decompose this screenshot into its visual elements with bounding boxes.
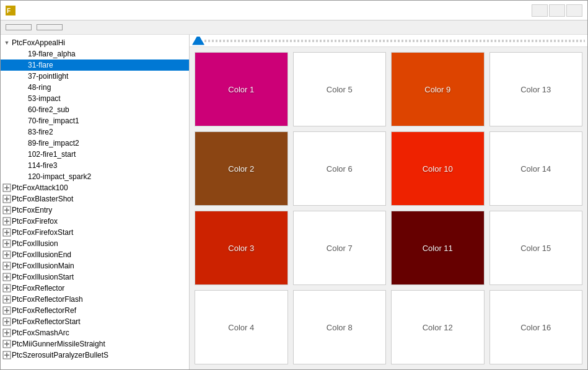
app-icon: F xyxy=(6,6,15,15)
color-cell-1[interactable]: Color 1 xyxy=(195,52,288,126)
scroll-track[interactable] xyxy=(204,40,585,42)
close-button[interactable] xyxy=(566,4,582,17)
title-bar: F xyxy=(1,1,587,20)
color-label-8: Color 8 xyxy=(327,323,353,332)
expander-icon xyxy=(2,261,12,271)
color-cell-8[interactable]: Color 8 xyxy=(293,290,387,364)
color-label-10: Color 10 xyxy=(423,164,453,174)
sidebar-item-label: PtcFoxFirefoxStart xyxy=(12,228,73,237)
sidebar-item-89-fire_impact2[interactable]: 89-fire_impact2 xyxy=(1,138,189,149)
expander-icon xyxy=(2,294,12,304)
sidebar-item-PtcFoxReflectorRef[interactable]: PtcFoxReflectorRef xyxy=(1,305,189,316)
sidebar-item-label: PtcFoxReflector xyxy=(12,284,64,293)
sidebar-item-label: PtcFoxEntry xyxy=(12,206,52,214)
sidebar-item-70-fire_impact1[interactable]: 70-fire_impact1 xyxy=(1,115,189,126)
sidebar-item-label: 102-fire1_start xyxy=(28,150,76,159)
sidebar-item-label: 120-impact_spark2 xyxy=(28,172,91,181)
sidebar-item-label: 89-fire_impact2 xyxy=(28,139,79,148)
color-cell-12[interactable]: Color 12 xyxy=(391,290,485,364)
color-label-12: Color 12 xyxy=(423,323,453,332)
sidebar-item-label: PtcFoxIllusionMain xyxy=(12,262,74,270)
color-cell-5[interactable]: Color 5 xyxy=(293,52,387,126)
sidebar-item-label: PtcFoxReflectorStart xyxy=(12,317,81,326)
sidebar-item-48-ring[interactable]: 48-ring xyxy=(1,82,189,93)
expander-icon xyxy=(2,183,12,193)
sidebar-item-PtcFoxIllusionMain[interactable]: PtcFoxIllusionMain xyxy=(1,260,189,271)
sidebar-item-PtcFoxIllusionEnd[interactable]: PtcFoxIllusionEnd xyxy=(1,249,189,260)
sidebar-item-label: PtcFoxFirefox xyxy=(12,217,58,226)
sidebar-item-PtcFoxIllusion[interactable]: PtcFoxIllusion xyxy=(1,238,189,249)
expander-icon xyxy=(2,216,12,226)
sidebar-item-PtcFoxSmashArc[interactable]: PtcFoxSmashArc xyxy=(1,327,189,338)
save-file-button[interactable] xyxy=(37,24,63,30)
expander-icon xyxy=(18,71,28,81)
sidebar-item-label: 114-fire3 xyxy=(28,161,57,170)
minimize-button[interactable] xyxy=(532,4,548,17)
color-cell-9[interactable]: Color 9 xyxy=(391,52,485,126)
sidebar-item-PtcFoxBlasterShot[interactable]: PtcFoxBlasterShot xyxy=(1,193,189,205)
sidebar-item-PtcFoxAttack100[interactable]: PtcFoxAttack100 xyxy=(1,182,189,193)
color-cell-7[interactable]: Color 7 xyxy=(293,211,387,285)
color-cell-14[interactable]: Color 14 xyxy=(489,131,583,206)
sidebar-item-PtcFoxFirefoxStart[interactable]: PtcFoxFirefoxStart xyxy=(1,227,189,238)
color-cell-13[interactable]: Color 13 xyxy=(489,52,583,126)
color-label-2: Color 2 xyxy=(228,164,254,174)
sidebar-item-label: 70-fire_impact1 xyxy=(28,117,79,125)
sidebar-item-37-pointlight[interactable]: 37-pointlight xyxy=(1,71,189,82)
expander-icon xyxy=(18,116,28,126)
expander-icon xyxy=(2,194,12,204)
sidebar-item-PtcFoxIllusionStart[interactable]: PtcFoxIllusionStart xyxy=(1,271,189,283)
color-label-3: Color 3 xyxy=(228,244,254,253)
expander-icon xyxy=(2,227,12,237)
color-cell-3[interactable]: Color 3 xyxy=(195,211,288,285)
sidebar-item-PtcMiiGunnerMissileStraight[interactable]: PtcMiiGunnerMissileStraight xyxy=(1,338,189,350)
sidebar-item-PtcFoxAppealHi[interactable]: ▼PtcFoxAppealHi xyxy=(1,37,189,48)
sidebar-item-83-fire2[interactable]: 83-fire2 xyxy=(1,126,189,138)
sidebar-item-102-fire1_start[interactable]: 102-fire1_start xyxy=(1,149,189,160)
expander-icon xyxy=(18,161,28,170)
color-label-14: Color 14 xyxy=(520,164,551,174)
sidebar-item-114-fire3[interactable]: 114-fire3 xyxy=(1,160,189,171)
color-cell-6[interactable]: Color 6 xyxy=(293,131,387,206)
color-cell-10[interactable]: Color 10 xyxy=(391,131,485,206)
expander-icon xyxy=(18,172,28,182)
scroll-thumb[interactable] xyxy=(192,37,204,45)
sidebar-item-53-impact[interactable]: 53-impact xyxy=(1,93,189,104)
sidebar-item-label: PtcSzerosuitParalyzerBulletS xyxy=(12,351,108,359)
maximize-button[interactable] xyxy=(549,4,565,17)
color-cell-11[interactable]: Color 11 xyxy=(391,211,485,285)
sidebar[interactable]: ▼PtcFoxAppealHi19-flare_alpha31-flare37-… xyxy=(1,35,190,369)
sidebar-item-PtcFoxReflectorFlash[interactable]: PtcFoxReflectorFlash xyxy=(1,294,189,305)
sidebar-item-label: PtcFoxReflectorFlash xyxy=(12,295,83,304)
sidebar-item-label: PtcFoxIllusionEnd xyxy=(12,250,71,259)
sidebar-item-PtcFoxFirefox[interactable]: PtcFoxFirefox xyxy=(1,216,189,227)
sidebar-item-label: 53-impact xyxy=(28,94,61,103)
svg-text:F: F xyxy=(7,7,11,14)
sidebar-item-label: 37-pointlight xyxy=(28,72,68,81)
scroll-bar[interactable] xyxy=(190,35,587,47)
color-label-16: Color 16 xyxy=(520,323,551,332)
color-label-13: Color 13 xyxy=(520,85,551,94)
sidebar-item-PtcSzerosuitParalyzerBulletS[interactable]: PtcSzerosuitParalyzerBulletS xyxy=(1,350,189,361)
sidebar-item-PtcFoxReflectorStart[interactable]: PtcFoxReflectorStart xyxy=(1,316,189,327)
sidebar-item-31-flare[interactable]: 31-flare xyxy=(1,59,189,71)
sidebar-item-PtcFoxReflector[interactable]: PtcFoxReflector xyxy=(1,283,189,294)
color-cell-4[interactable]: Color 4 xyxy=(195,290,288,364)
sidebar-item-19-flare_alpha[interactable]: 19-flare_alpha xyxy=(1,48,189,59)
window-controls xyxy=(532,4,582,17)
sidebar-item-60-fire2_sub[interactable]: 60-fire2_sub xyxy=(1,104,189,115)
color-cell-16[interactable]: Color 16 xyxy=(489,290,583,364)
sidebar-item-120-impact_spark2[interactable]: 120-impact_spark2 xyxy=(1,171,189,182)
expander-icon xyxy=(2,328,12,338)
sidebar-item-PtcFoxEntry[interactable]: PtcFoxEntry xyxy=(1,205,189,216)
color-cell-2[interactable]: Color 2 xyxy=(195,131,288,206)
expander-icon xyxy=(18,49,28,59)
sidebar-item-label: 60-fire2_sub xyxy=(28,105,69,114)
sidebar-item-label: PtcFoxBlasterShot xyxy=(12,195,73,203)
color-cell-15[interactable]: Color 15 xyxy=(489,211,583,285)
expander-icon xyxy=(18,82,28,92)
sidebar-item-label: 83-fire2 xyxy=(28,128,53,136)
color-label-15: Color 15 xyxy=(520,244,551,253)
open-file-button[interactable] xyxy=(6,24,32,30)
sidebar-item-label: PtcFoxAppealHi xyxy=(12,38,65,47)
